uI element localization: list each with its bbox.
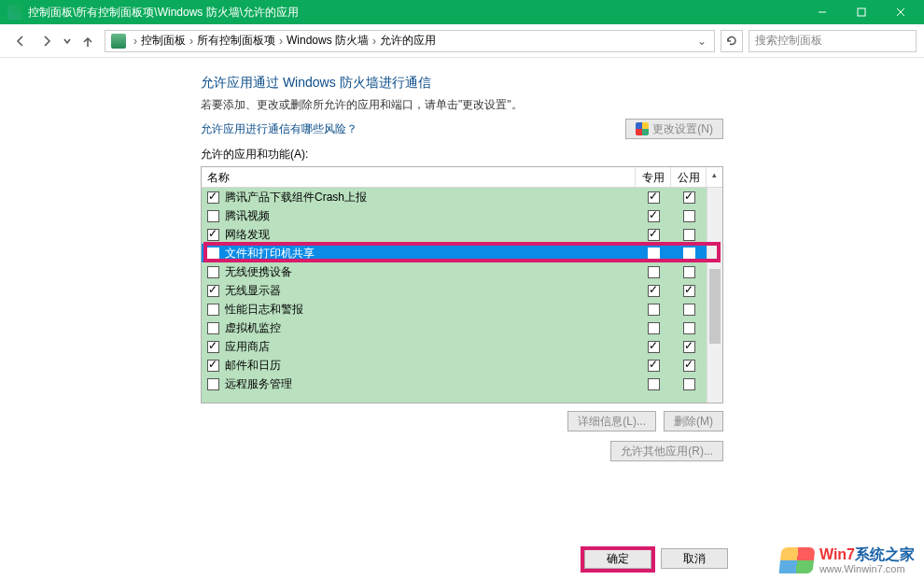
private-checkbox[interactable]	[648, 285, 660, 297]
list-item[interactable]: 无线显示器	[202, 281, 722, 300]
column-public[interactable]: 公用	[671, 167, 707, 187]
breadcrumb-sep: ›	[189, 35, 193, 48]
app-name: 远程服务管理	[225, 376, 292, 392]
enable-checkbox[interactable]	[207, 191, 219, 204]
list-item[interactable]: 应用商店	[202, 337, 722, 356]
list-item[interactable]: 虚拟机监控	[202, 318, 722, 337]
close-button[interactable]	[881, 0, 920, 24]
app-name: 腾讯产品下载组件Crash上报	[225, 190, 367, 205]
public-checkbox[interactable]	[683, 285, 695, 297]
scroll-thumb[interactable]	[709, 269, 721, 344]
forward-button[interactable]	[34, 28, 60, 54]
list-item[interactable]: 远程服务管理	[202, 375, 722, 393]
public-checkbox[interactable]	[683, 191, 695, 204]
column-private[interactable]: 专用	[636, 167, 671, 187]
enable-checkbox[interactable]	[207, 360, 219, 372]
app-name: 应用商店	[225, 339, 270, 355]
enable-checkbox[interactable]	[207, 285, 219, 297]
allow-other-app-button[interactable]: 允许其他应用(R)...	[610, 441, 723, 461]
maximize-button[interactable]	[842, 0, 881, 24]
enable-checkbox[interactable]	[207, 229, 219, 241]
app-icon	[7, 5, 22, 20]
list-item[interactable]: 邮件和日历	[202, 356, 722, 375]
remove-button[interactable]: 删除(M)	[664, 411, 723, 431]
minimize-button[interactable]	[803, 0, 842, 24]
public-checkbox[interactable]	[683, 378, 695, 390]
public-checkbox[interactable]	[683, 304, 695, 316]
watermark: Win7系统之家 www.Winwin7.com	[780, 545, 915, 574]
breadcrumb-sep: ›	[372, 35, 376, 48]
enable-checkbox[interactable]	[207, 341, 219, 353]
ok-button[interactable]: 确定	[584, 548, 651, 569]
refresh-button[interactable]	[721, 30, 743, 52]
enable-checkbox[interactable]	[207, 266, 219, 278]
scroll-up[interactable]	[707, 188, 722, 204]
back-button[interactable]	[7, 28, 34, 54]
app-name: 文件和打印机共享	[225, 246, 315, 262]
breadcrumb-item[interactable]: Windows 防火墙	[287, 33, 369, 49]
list-item[interactable]: 腾讯产品下载组件Crash上报	[202, 188, 722, 206]
list-rows: 腾讯产品下载组件Crash上报腾讯视频网络发现文件和打印机共享无线便携设备无线显…	[202, 188, 722, 403]
scrollbar[interactable]	[707, 188, 722, 403]
column-name[interactable]: 名称	[202, 167, 636, 187]
enable-checkbox[interactable]	[207, 322, 219, 334]
details-button[interactable]: 详细信息(L)...	[567, 411, 656, 431]
list-item[interactable]: 网络发现	[202, 225, 722, 244]
private-checkbox[interactable]	[648, 210, 660, 222]
list-item[interactable]: 腾讯视频	[202, 206, 722, 225]
private-checkbox[interactable]	[648, 322, 660, 334]
cancel-button[interactable]: 取消	[661, 548, 728, 569]
app-name: 性能日志和警报	[225, 302, 303, 318]
search-input[interactable]: 搜索控制面板	[749, 30, 917, 52]
svg-rect-1	[858, 8, 865, 16]
change-settings-label: 更改设置(N)	[652, 121, 713, 137]
enable-checkbox[interactable]	[207, 378, 219, 390]
scroll-up-arrow[interactable]: ▴	[707, 167, 722, 187]
app-name: 无线显示器	[225, 283, 281, 299]
enable-checkbox[interactable]	[207, 304, 219, 316]
list-item[interactable]: 无线便携设备	[202, 262, 722, 281]
private-checkbox[interactable]	[648, 378, 660, 390]
private-checkbox[interactable]	[648, 248, 660, 260]
up-button[interactable]	[75, 28, 101, 54]
private-checkbox[interactable]	[648, 266, 660, 278]
breadcrumb-item[interactable]: 允许的应用	[380, 33, 436, 49]
shield-icon	[636, 122, 649, 135]
control-panel-icon	[111, 34, 126, 49]
watermark-title: Win7系统之家	[819, 545, 915, 565]
page-subtext: 若要添加、更改或删除所允许的应用和端口，请单击"更改设置"。	[201, 97, 723, 113]
breadcrumb-sep: ›	[279, 35, 283, 48]
enable-checkbox[interactable]	[207, 248, 219, 260]
app-name: 网络发现	[225, 227, 270, 243]
change-settings-button[interactable]: 更改设置(N)	[625, 119, 723, 139]
public-checkbox[interactable]	[683, 266, 695, 278]
private-checkbox[interactable]	[648, 360, 660, 372]
private-checkbox[interactable]	[648, 341, 660, 353]
breadcrumb[interactable]: › 控制面板 › 所有控制面板项 › Windows 防火墙 › 允许的应用 ⌄	[105, 30, 715, 52]
public-checkbox[interactable]	[683, 210, 695, 222]
breadcrumb-dropdown[interactable]: ⌄	[697, 35, 707, 48]
private-checkbox[interactable]	[648, 304, 660, 316]
list-header: 名称 专用 公用 ▴	[202, 167, 722, 188]
risk-link[interactable]: 允许应用进行通信有哪些风险？	[201, 121, 625, 137]
public-checkbox[interactable]	[683, 360, 695, 372]
public-checkbox[interactable]	[683, 322, 695, 334]
public-checkbox[interactable]	[683, 341, 695, 353]
list-item[interactable]: 性能日志和警报	[202, 300, 722, 318]
titlebar: 控制面板\所有控制面板项\Windows 防火墙\允许的应用	[0, 0, 924, 24]
watermark-url: www.Winwin7.com	[819, 563, 915, 574]
public-checkbox[interactable]	[683, 229, 695, 241]
list-item[interactable]: 文件和打印机共享	[202, 244, 722, 262]
app-name: 虚拟机监控	[225, 320, 281, 336]
window-title: 控制面板\所有控制面板项\Windows 防火墙\允许的应用	[28, 5, 803, 21]
breadcrumb-sep: ›	[133, 35, 137, 48]
private-checkbox[interactable]	[648, 229, 660, 241]
history-dropdown[interactable]	[60, 28, 75, 54]
private-checkbox[interactable]	[648, 191, 660, 204]
app-name: 邮件和日历	[225, 358, 281, 374]
enable-checkbox[interactable]	[207, 210, 219, 222]
breadcrumb-item[interactable]: 控制面板	[141, 33, 186, 49]
public-checkbox[interactable]	[683, 248, 695, 260]
content-area: 允许应用通过 Windows 防火墙进行通信 若要添加、更改或删除所允许的应用和…	[0, 58, 924, 580]
breadcrumb-item[interactable]: 所有控制面板项	[197, 33, 275, 49]
